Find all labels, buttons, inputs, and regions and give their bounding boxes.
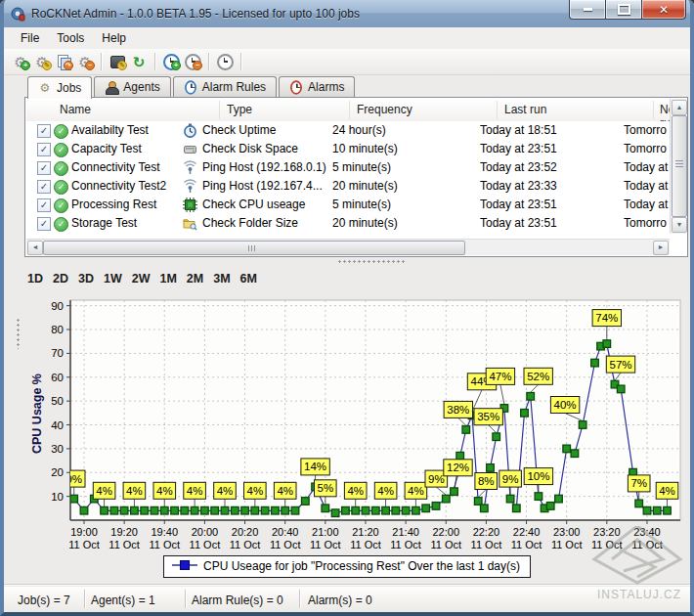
column-header-last-run[interactable]: Last run — [504, 103, 546, 116]
data-point-marker — [422, 505, 430, 512]
scroll-up-button[interactable]: ▲ — [672, 100, 687, 115]
status-bar: Job(s) = 7Agent(s) = 1Alarm Rule(s) = 0A… — [4, 587, 690, 612]
cpu-icon — [183, 198, 197, 212]
job-frequency-cell: 5 minute(s) — [332, 198, 474, 211]
job-enabled-checkbox[interactable]: ✓ — [37, 161, 51, 175]
menu-item-help[interactable]: Help — [93, 28, 135, 48]
job-enabled-checkbox[interactable]: ✓ — [37, 198, 51, 212]
legend-label: CPU Useage for job "Processing Rest" Ove… — [203, 559, 520, 573]
table-row[interactable]: ✓✓Connectivity TestPing Host (192.168.0.… — [26, 158, 671, 177]
data-point-marker — [331, 509, 339, 517]
minimize-button[interactable] — [569, 0, 605, 20]
range-button-2w[interactable]: 2W — [132, 272, 151, 287]
range-button-2m[interactable]: 2M — [187, 272, 203, 287]
column-header-name[interactable]: Name — [60, 103, 91, 116]
horizontal-scroll-thumb[interactable] — [43, 241, 465, 255]
value-label-text: 4% — [246, 485, 263, 497]
column-header-type[interactable]: Type — [227, 103, 252, 116]
data-point-marker — [211, 506, 219, 514]
status-item-1: Agent(s) = 1 — [91, 594, 155, 607]
table-chart-splitter[interactable] — [24, 257, 686, 266]
value-label-text: 4% — [347, 485, 364, 497]
close-button[interactable]: ✕ — [642, 0, 686, 20]
data-point-marker — [232, 506, 239, 514]
job-enabled-checkbox[interactable]: ✓ — [37, 124, 51, 138]
table-row[interactable]: ✓✓Connectivity Test2Ping Host (192.167.4… — [26, 177, 671, 196]
range-button-3d[interactable]: 3D — [78, 272, 94, 287]
data-point-marker — [302, 498, 310, 506]
tab-alarm-rules[interactable]: Alarm Rules — [173, 76, 277, 97]
data-point-marker — [251, 506, 259, 514]
scroll-right-button[interactable]: ► — [653, 241, 669, 255]
value-label-text: 47% — [489, 371, 511, 382]
status-separator — [185, 590, 186, 608]
edit-job-icon[interactable]: ⚙✎ — [32, 53, 52, 70]
column-header-frequency[interactable]: Frequency — [357, 103, 412, 116]
job-enabled-checkbox[interactable]: ✓ — [37, 217, 51, 231]
data-point-marker — [571, 450, 579, 458]
range-button-3m[interactable]: 3M — [213, 272, 230, 287]
table-row[interactable]: ✓✓Storage TestCheck Folder Size20 minute… — [26, 214, 671, 233]
chart-panel-grip[interactable] — [17, 318, 20, 349]
y-tick-label: 20 — [51, 466, 64, 478]
job-frequency-cell: 10 minute(s) — [332, 142, 474, 155]
view-alarms-icon[interactable] — [215, 53, 235, 70]
pencil-badge-icon: ✎ — [117, 61, 127, 70]
value-label-text: 4% — [277, 485, 293, 497]
range-button-1d[interactable]: 1D — [27, 272, 43, 287]
copy-job-icon[interactable]: ↷ — [54, 53, 73, 70]
table-vertical-scrollbar[interactable]: ▲ ▼ — [670, 99, 686, 234]
y-tick-label: 50 — [51, 395, 64, 407]
job-type-cell: Ping Host (192.167.4... — [202, 179, 329, 193]
app-window: RoCKNet Admin - 1.0.0 BETA 1.95 - Licens… — [0, 0, 694, 616]
x-tick-date: 11 Oct — [270, 539, 301, 550]
add-alarm-rule-icon[interactable]: + — [161, 53, 181, 70]
add-job-icon[interactable]: ⚙+ — [11, 53, 30, 70]
table-horizontal-scrollbar[interactable]: ◄ ► — [26, 239, 670, 255]
x-tick-date: 11 Oct — [350, 539, 381, 550]
data-point-marker — [101, 506, 108, 514]
job-next-run-cell: Tomorro — [624, 123, 671, 137]
job-enabled-checkbox[interactable]: ✓ — [37, 143, 51, 156]
range-button-1m[interactable]: 1M — [159, 272, 176, 287]
job-next-run-cell: Today at — [624, 198, 671, 211]
data-point-marker — [443, 495, 451, 503]
x-tick-time: 22:00 — [432, 526, 459, 538]
data-point-marker — [474, 498, 482, 506]
range-button-6m[interactable]: 6M — [240, 272, 257, 287]
data-point-marker — [282, 506, 289, 514]
maximize-button[interactable] — [605, 0, 642, 20]
edit-alarm-rule-icon[interactable]: − — [183, 53, 202, 70]
range-button-1w[interactable]: 1W — [104, 272, 122, 287]
table-row[interactable]: ✓✓Availabilty TestCheck Uptime24 hour(s)… — [26, 121, 671, 140]
y-tick-label: 60 — [51, 372, 64, 383]
vertical-scroll-thumb[interactable] — [672, 115, 687, 217]
x-tick-date: 11 Oct — [108, 539, 140, 550]
series-marker-icon — [172, 559, 197, 573]
data-point-marker — [451, 488, 458, 496]
tab-jobs[interactable]: ⚙Jobs — [27, 76, 92, 99]
remove-job-icon[interactable]: ⚙− — [75, 53, 95, 70]
table-row[interactable]: ✓✓Processing RestCheck CPU useage5 minut… — [26, 196, 671, 214]
job-type-cell: Check Disk Space — [202, 142, 329, 155]
scroll-left-button[interactable]: ◄ — [27, 241, 43, 255]
scroll-down-button[interactable]: ▼ — [672, 217, 687, 233]
refresh-icon[interactable]: ↻ — [129, 53, 149, 70]
edit-agent-icon[interactable]: ✎ — [108, 53, 127, 70]
menu-item-tools[interactable]: Tools — [48, 28, 93, 48]
title-bar[interactable]: RoCKNet Admin - 1.0.0 BETA 1.95 - Licens… — [0, 0, 694, 28]
caption-buttons: ✕ — [569, 0, 686, 20]
data-point-marker — [151, 506, 158, 514]
menu-item-file[interactable]: File — [12, 28, 48, 48]
x-tick-date: 11 Oct — [471, 539, 502, 550]
table-row[interactable]: ✓✓Capacity TestCheck Disk Space10 minute… — [26, 140, 671, 158]
data-point-marker — [555, 495, 563, 503]
folder-icon — [183, 216, 197, 231]
job-enabled-checkbox[interactable]: ✓ — [37, 180, 51, 194]
job-type-cell: Check Uptime — [202, 123, 329, 137]
job-name-cell: Processing Rest — [71, 198, 181, 211]
tab-alarms[interactable]: Alarms — [279, 76, 355, 97]
range-button-2d[interactable]: 2D — [53, 272, 68, 287]
data-point-marker — [372, 506, 380, 514]
tab-agents[interactable]: Agents — [94, 76, 170, 97]
